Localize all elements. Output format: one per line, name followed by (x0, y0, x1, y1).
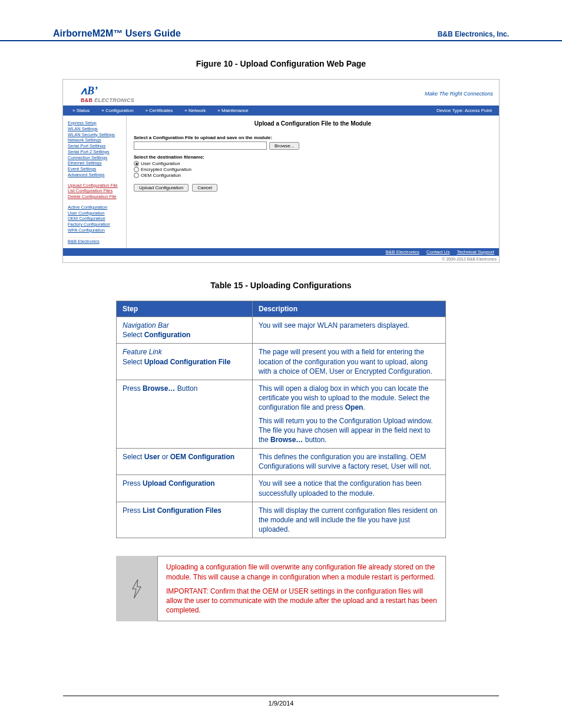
step-cell: Select User or OEM Configuration (117, 449, 253, 475)
menu-item[interactable]: » Certificates (140, 107, 179, 114)
sidebar-link[interactable]: Network Settings (68, 137, 124, 143)
radio-option[interactable]: Encrypted Configuration (134, 167, 492, 172)
description-cell: You will see major WLAN parameters displ… (253, 317, 446, 344)
radio-label: OEM Configuration (141, 173, 181, 178)
footer-link[interactable]: Contact Us (427, 249, 450, 255)
footer-date: 1/9/2014 (269, 700, 294, 707)
browse-button[interactable]: Browse... (269, 142, 299, 150)
menu-item[interactable]: » Network (178, 107, 211, 114)
sidebar-link[interactable]: WLAN Security Settings (68, 132, 124, 138)
logo-text: B&B ELECTRONICS (81, 97, 134, 103)
device-type-label: Device Type: Access Point (437, 108, 495, 113)
warning-box: Uploading a configuration file will over… (116, 556, 446, 621)
step-cell: Navigation BarSelect Configuration (117, 317, 253, 344)
description-cell: This will display the current configurat… (253, 502, 446, 538)
sidebar-link[interactable]: OEM Configuration (68, 216, 124, 222)
table-row: Feature LinkSelect Upload Configuration … (117, 344, 446, 380)
document-header: AirborneM2M™ Users Guide B&B Electronics… (0, 0, 562, 41)
logo-mark: ʌB’ (81, 84, 134, 97)
sidebar-link[interactable]: Upload Configuration File (68, 183, 124, 189)
warning-paragraph: IMPORTANT: Confirm that the OEM or USER … (166, 587, 437, 615)
tagline: Make The Right Connections (425, 91, 493, 97)
sidebar-link[interactable]: Serial Port Settings (68, 143, 124, 149)
description-cell: This will open a dialog box in which you… (253, 380, 446, 448)
sidebar-link[interactable]: Event Settings (68, 166, 124, 172)
table-header-step: Step (117, 301, 253, 317)
radio-icon (134, 173, 139, 178)
footer-link[interactable]: B&B Electronics (385, 249, 419, 255)
footer-link[interactable]: Technical Support (457, 249, 494, 255)
description-cell: This defines the configuration you are i… (253, 449, 446, 475)
file-field-label: Select a Configuration File to upload an… (134, 135, 492, 140)
description-cell: The page will present you with a field f… (253, 344, 446, 380)
copyright: © 2009-2012 B&B Electronics (63, 256, 499, 262)
step-cell: Press List Configuration Files (117, 502, 253, 538)
sidebar-link[interactable]: Serial Port 2 Settings (68, 149, 124, 155)
document-company: B&B Electronics, Inc. (438, 30, 509, 38)
menu-bar: » Status» Configuration» Certificates» N… (63, 106, 499, 116)
sidebar-link[interactable]: B&B Electronics (68, 239, 124, 245)
panel-title: Upload a Configuration File to the Modul… (134, 120, 492, 127)
screenshot-footer: B&B ElectronicsContact UsTechnical Suppo… (63, 248, 499, 256)
table-caption: Table 15 - Uploading Configurations (24, 281, 538, 290)
warning-icon-cell (116, 556, 157, 621)
sidebar-link[interactable]: WLAN Settings (68, 126, 124, 132)
table-header-description: Description (253, 301, 446, 317)
cancel-button[interactable]: Cancel (192, 184, 217, 192)
lightning-bolt-icon (130, 579, 143, 598)
menu-item[interactable]: » Configuration (95, 107, 139, 114)
document-title: AirborneM2M™ Users Guide (53, 28, 181, 39)
table-row: Press List Configuration FilesThis will … (117, 502, 446, 538)
step-cell: Feature LinkSelect Upload Configuration … (117, 344, 253, 380)
table-row: Press Browse… ButtonThis will open a dia… (117, 380, 446, 448)
table-row: Navigation BarSelect ConfigurationYou wi… (117, 317, 446, 344)
radio-icon (134, 167, 139, 172)
sidebar-link[interactable]: Delete Configuration File (68, 194, 124, 200)
sidebar-link[interactable]: Express Setup (68, 120, 124, 126)
table-row: Press Upload ConfigurationYou will see a… (117, 475, 446, 502)
radio-option[interactable]: OEM Configuration (134, 173, 492, 178)
sidebar: Express SetupWLAN SettingsWLAN Security … (63, 116, 127, 248)
description-cell: You will see a notice that the configura… (253, 475, 446, 502)
radio-label: Encrypted Configuration (141, 167, 191, 172)
sidebar-link[interactable]: Ethernet Settings (68, 160, 124, 166)
sidebar-link[interactable]: Active Configuration (68, 205, 124, 210)
sidebar-link[interactable]: Factory Configuration (68, 222, 124, 228)
document-footer: 1/9/2014 (0, 696, 562, 707)
sidebar-link[interactable]: Advanced Settings (68, 172, 124, 178)
radio-label: User Configuration (141, 161, 180, 166)
file-path-input[interactable] (134, 141, 267, 150)
warning-paragraph: Uploading a configuration file will over… (166, 562, 437, 581)
logo: ʌB’ B&B ELECTRONICS (81, 84, 134, 103)
screenshot-web-page: ʌB’ B&B ELECTRONICS Make The Right Conne… (62, 79, 500, 263)
main-panel: Upload a Configuration File to the Modul… (127, 116, 499, 248)
sidebar-link[interactable]: WPA Configuration (68, 228, 124, 233)
step-cell: Press Upload Configuration (117, 475, 253, 502)
destination-label: Select the destination filename: (134, 154, 492, 160)
radio-option[interactable]: User Configuration (134, 161, 492, 166)
figure-caption: Figure 10 - Upload Configuration Web Pag… (24, 59, 538, 68)
radio-icon (134, 161, 139, 166)
sidebar-link[interactable]: List Configuration Files (68, 188, 124, 194)
step-cell: Press Browse… Button (117, 380, 253, 448)
table-row: Select User or OEM ConfigurationThis def… (117, 449, 446, 475)
upload-configuration-button[interactable]: Upload Configuration (134, 184, 189, 192)
menu-item[interactable]: » Status (67, 107, 95, 114)
menu-item[interactable]: » Maintenance (211, 107, 254, 114)
sidebar-link[interactable]: Connection Settings (68, 155, 124, 161)
steps-table: Step Description Navigation BarSelect Co… (116, 301, 446, 538)
sidebar-link[interactable]: User Configuration (68, 210, 124, 216)
